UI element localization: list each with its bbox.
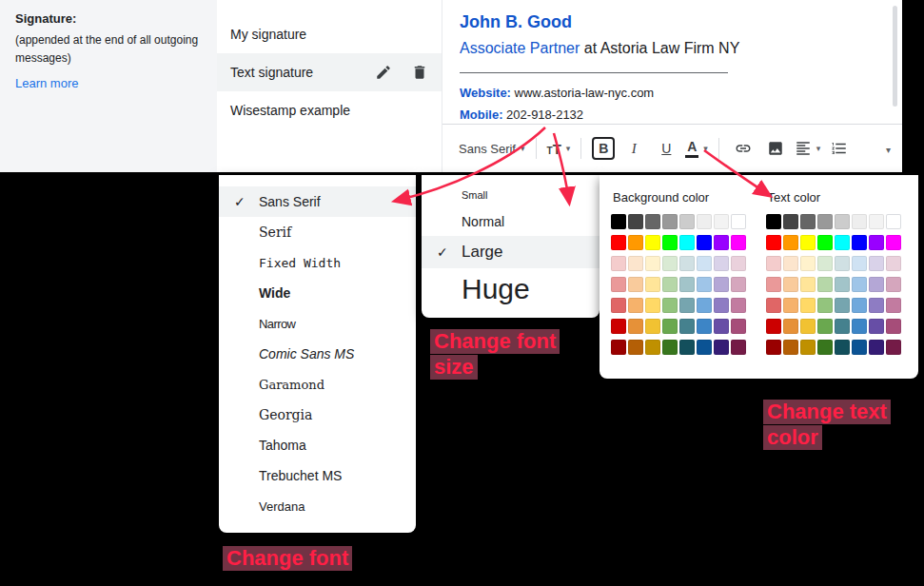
color-swatch[interactable] — [817, 214, 833, 229]
color-swatch[interactable] — [697, 298, 712, 313]
color-swatch[interactable] — [886, 214, 901, 229]
color-swatch[interactable] — [886, 298, 901, 313]
color-swatch[interactable] — [662, 340, 678, 355]
color-swatch[interactable] — [835, 235, 850, 250]
color-swatch[interactable] — [714, 340, 729, 355]
color-swatch[interactable] — [817, 340, 833, 355]
color-swatch[interactable] — [800, 340, 816, 355]
color-swatch[interactable] — [731, 298, 746, 313]
color-swatch[interactable] — [714, 319, 729, 334]
color-swatch[interactable] — [645, 256, 660, 271]
color-swatch[interactable] — [611, 214, 626, 229]
color-swatch[interactable] — [783, 340, 798, 355]
color-swatch[interactable] — [628, 319, 643, 334]
italic-button[interactable]: I — [620, 136, 647, 161]
color-swatch[interactable] — [852, 235, 867, 250]
color-swatch[interactable] — [714, 214, 729, 229]
color-swatch[interactable] — [766, 277, 781, 292]
color-swatch[interactable] — [852, 319, 867, 334]
color-swatch[interactable] — [783, 235, 798, 250]
color-swatch[interactable] — [835, 340, 850, 355]
color-swatch[interactable] — [645, 319, 660, 334]
insert-image-button[interactable] — [762, 136, 789, 161]
color-swatch[interactable] — [869, 277, 884, 292]
color-swatch[interactable] — [628, 277, 643, 292]
color-swatch[interactable] — [852, 277, 867, 292]
color-swatch[interactable] — [869, 256, 884, 271]
color-swatch[interactable] — [783, 214, 798, 229]
color-swatch[interactable] — [766, 340, 781, 355]
color-swatch[interactable] — [662, 235, 678, 250]
color-swatch[interactable] — [679, 319, 695, 334]
color-swatch[interactable] — [886, 319, 901, 334]
color-swatch[interactable] — [731, 319, 746, 334]
align-button[interactable]: ▾ — [792, 138, 824, 159]
color-swatch[interactable] — [835, 256, 850, 271]
color-swatch[interactable] — [679, 214, 695, 229]
color-swatch[interactable] — [697, 319, 712, 334]
color-swatch[interactable] — [800, 319, 816, 334]
signature-editor[interactable]: John B. Good Associate Partner at Astori… — [442, 0, 902, 124]
size-menu-item-small[interactable]: Small — [422, 183, 600, 207]
color-swatch[interactable] — [766, 214, 781, 229]
color-swatch[interactable] — [662, 319, 678, 334]
color-swatch[interactable] — [628, 214, 643, 229]
color-swatch[interactable] — [679, 340, 695, 355]
color-swatch[interactable] — [783, 319, 798, 334]
color-swatch[interactable] — [611, 298, 626, 313]
color-swatch[interactable] — [835, 319, 850, 334]
color-swatch[interactable] — [800, 214, 816, 229]
color-swatch[interactable] — [679, 298, 695, 313]
color-swatch[interactable] — [662, 277, 678, 292]
color-swatch[interactable] — [611, 319, 626, 334]
color-swatch[interactable] — [697, 235, 712, 250]
delete-signature-icon[interactable] — [411, 64, 428, 81]
color-swatch[interactable] — [766, 298, 781, 313]
color-swatch[interactable] — [697, 256, 712, 271]
color-swatch[interactable] — [869, 319, 884, 334]
color-swatch[interactable] — [645, 298, 660, 313]
color-swatch[interactable] — [783, 277, 798, 292]
color-swatch[interactable] — [645, 235, 660, 250]
color-swatch[interactable] — [835, 298, 850, 313]
color-swatch[interactable] — [800, 235, 816, 250]
color-swatch[interactable] — [766, 256, 781, 271]
color-swatch[interactable] — [662, 298, 678, 313]
color-swatch[interactable] — [628, 340, 643, 355]
color-swatch[interactable] — [817, 298, 833, 313]
color-swatch[interactable] — [886, 235, 901, 250]
color-swatch[interactable] — [662, 256, 678, 271]
color-swatch[interactable] — [679, 256, 695, 271]
color-swatch[interactable] — [800, 277, 816, 292]
color-swatch[interactable] — [645, 340, 660, 355]
color-swatch[interactable] — [628, 235, 643, 250]
color-swatch[interactable] — [886, 256, 901, 271]
color-swatch[interactable] — [852, 298, 867, 313]
font-menu-item-trebuchet[interactable]: Trebuchet MS — [219, 460, 416, 491]
color-swatch[interactable] — [731, 256, 746, 271]
font-menu-item-serif[interactable]: Serif — [219, 217, 416, 247]
size-menu-item-normal[interactable]: Normal — [422, 207, 600, 236]
color-swatch[interactable] — [852, 256, 867, 271]
scrollbar[interactable] — [893, 6, 897, 107]
font-size-selector[interactable]: TT ▾ — [544, 140, 574, 158]
underline-button[interactable]: U — [653, 136, 679, 161]
font-family-selector[interactable]: Sans Serif ▾ — [456, 140, 528, 158]
color-swatch[interactable] — [817, 235, 833, 250]
color-swatch[interactable] — [611, 340, 626, 355]
signature-list-item[interactable]: Wisestamp example — [217, 91, 442, 129]
color-swatch[interactable] — [731, 340, 746, 355]
color-swatch[interactable] — [800, 298, 816, 313]
text-color-button[interactable]: A ▾ — [682, 138, 711, 160]
color-swatch[interactable] — [731, 214, 746, 229]
color-swatch[interactable] — [645, 277, 660, 292]
color-swatch[interactable] — [869, 340, 884, 355]
numbered-list-button[interactable] — [826, 136, 853, 161]
color-swatch[interactable] — [628, 256, 643, 271]
color-swatch[interactable] — [869, 235, 884, 250]
color-swatch[interactable] — [611, 256, 626, 271]
color-swatch[interactable] — [679, 235, 695, 250]
color-swatch[interactable] — [886, 340, 901, 355]
color-swatch[interactable] — [817, 277, 833, 292]
font-menu-item-narrow[interactable]: Narrow — [219, 308, 416, 339]
